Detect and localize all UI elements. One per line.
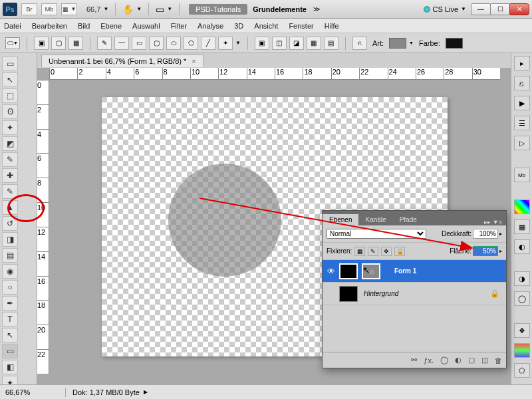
dodge-tool[interactable]: ○	[2, 280, 18, 295]
maximize-button[interactable]: ☐	[490, 3, 510, 15]
status-doc-info[interactable]: Dok: 1,37 MB/0 Byte	[72, 388, 140, 396]
history-brush-tool[interactable]: ↺	[2, 216, 18, 231]
dock-mb-icon[interactable]: Mb	[514, 168, 530, 182]
dock-actions-icon[interactable]: ▶	[514, 96, 530, 110]
combine-new-icon[interactable]: ▣	[255, 37, 269, 50]
tab-channels[interactable]: Kanäle	[358, 214, 392, 225]
menu-ansicht[interactable]: Ansicht	[254, 22, 278, 30]
layer-name[interactable]: Form 1	[394, 267, 416, 275]
combine-exclude-icon[interactable]: ▤	[324, 37, 338, 50]
polygon-icon[interactable]: ⬠	[184, 37, 198, 50]
lock-transparent-icon[interactable]: ▦	[354, 247, 365, 256]
dock-masks-icon[interactable]: ◯	[514, 291, 530, 306]
chevron-right-icon[interactable]: ≫	[313, 5, 320, 13]
dock-history-icon[interactable]: ⎌	[514, 76, 530, 90]
menu-ebene[interactable]: Ebene	[100, 22, 122, 30]
layer-name[interactable]: Hintergrund	[364, 290, 398, 297]
blur-tool[interactable]: ◉	[2, 264, 18, 279]
menu-3d[interactable]: 3D	[234, 22, 243, 30]
combine-subtract-icon[interactable]: ◪	[289, 37, 304, 50]
new-layer-icon[interactable]: ◫	[481, 356, 488, 364]
shape-layers-icon[interactable]: ▣	[34, 37, 49, 50]
panel-menu-icon[interactable]: ▸▸ ▼≡	[480, 219, 506, 225]
ruler-horizontal[interactable]: 024681012141618202224262830	[49, 68, 500, 80]
menu-datei[interactable]: Datei	[4, 22, 21, 30]
ellipse-icon[interactable]: ⬭	[166, 37, 181, 50]
document-tab[interactable]: Unbenannt-1 bei 66,7% (Form 1, RGB/8) * …	[41, 55, 203, 67]
menu-auswahl[interactable]: Auswahl	[132, 22, 160, 30]
hand-icon[interactable]: ✋	[122, 4, 134, 15]
menu-fenster[interactable]: Fenster	[289, 22, 313, 30]
roundrect-icon[interactable]: ▢	[149, 37, 164, 50]
bridge-button[interactable]: Br	[21, 3, 37, 15]
minimize-button[interactable]: —	[471, 3, 491, 15]
arrow-tool[interactable]: ↖	[2, 72, 18, 87]
pen-tool[interactable]: ✒	[2, 296, 18, 311]
dock-color-icon[interactable]	[514, 200, 530, 214]
minibridge-button[interactable]: Mb	[41, 3, 57, 15]
eraser-tool[interactable]: ◨	[2, 232, 18, 247]
arrange-button[interactable]: ▦▼	[61, 3, 77, 15]
tab-paths[interactable]: Pfade	[393, 214, 424, 225]
link-layers-icon[interactable]: ⚯	[411, 356, 417, 364]
lock-image-icon[interactable]: ✎	[368, 247, 378, 256]
workspace-label[interactable]: Grundelemente	[253, 5, 307, 13]
screen-mode-icon[interactable]: ▭	[156, 4, 164, 15]
menu-bearbeiten[interactable]: Bearbeiten	[32, 22, 67, 30]
layer-thumb[interactable]	[339, 263, 358, 279]
color-swatch[interactable]	[446, 38, 463, 49]
menu-bild[interactable]: Bild	[78, 22, 90, 30]
marquee-tool[interactable]: ⬚	[2, 88, 18, 103]
dock-paths-icon[interactable]: ⬠	[514, 363, 530, 378]
tool-preset[interactable]: ⬭▼	[5, 37, 20, 49]
freeform-icon[interactable]: 〰	[114, 37, 129, 50]
blend-mode-select[interactable]: Normal	[327, 229, 426, 239]
workspace-button[interactable]: PSD-Tutorials	[189, 4, 247, 15]
style-swatch[interactable]	[389, 38, 406, 49]
menu-hilfe[interactable]: Hilfe	[325, 22, 339, 30]
close-button[interactable]: ✕	[509, 3, 529, 15]
opacity-input[interactable]: 100%	[473, 229, 498, 239]
dock-layers-icon[interactable]: ❖	[514, 323, 530, 338]
path-sel-tool[interactable]: ↖	[2, 328, 18, 342]
dock-styles-icon[interactable]: ◐	[514, 239, 530, 254]
cslive-button[interactable]: CS Live▼	[424, 5, 466, 13]
combine-intersect-icon[interactable]: ▦	[307, 37, 321, 50]
ruler-vertical[interactable]: 0246810121416182022	[37, 80, 49, 374]
shape-circle[interactable]	[168, 164, 281, 277]
group-icon[interactable]: ▢	[468, 356, 475, 364]
rect-icon[interactable]: ▭	[132, 37, 146, 50]
dock-play-icon[interactable]: ▷	[514, 136, 530, 150]
wand-tool[interactable]: ✦	[2, 120, 18, 135]
crop-tool[interactable]: ◩	[2, 136, 18, 151]
menu-analyse[interactable]: Analyse	[198, 22, 223, 30]
gradient-tool[interactable]: ▤	[2, 248, 18, 263]
brush-tool[interactable]: ✎	[2, 184, 18, 199]
move-tool[interactable]: ▭	[2, 57, 18, 71]
combine-add-icon[interactable]: ◫	[272, 37, 287, 50]
zoom-level[interactable]: 66,7	[86, 5, 100, 13]
adjustment-icon[interactable]: ◐	[455, 356, 462, 364]
line-icon[interactable]: ╱	[201, 37, 215, 50]
type-tool[interactable]: T	[2, 312, 18, 327]
fx-icon[interactable]: ƒx.	[424, 356, 434, 364]
lock-all-icon[interactable]: 🔒	[394, 247, 405, 256]
lasso-tool[interactable]: ʘ	[2, 104, 18, 119]
mask-icon[interactable]: ◯	[440, 356, 448, 364]
lock-position-icon[interactable]: ✥	[381, 247, 392, 256]
tab-layers[interactable]: Ebenen	[323, 214, 358, 225]
fill-input[interactable]: 50%	[473, 246, 498, 256]
layer-row[interactable]: 👁 ↖ Form 1	[323, 260, 506, 283]
pen-icon[interactable]: ✎	[97, 37, 112, 50]
heal-tool[interactable]: ✚	[2, 168, 18, 183]
dock-adjust-icon[interactable]: ◑	[514, 271, 530, 286]
link-icon[interactable]: ⎌	[352, 37, 367, 50]
status-zoom[interactable]: 66,67%	[5, 388, 59, 396]
dock-info-icon[interactable]: ☰	[514, 116, 530, 130]
custom-shape-icon[interactable]: ✦	[218, 37, 233, 50]
visibility-icon[interactable]: 👁	[325, 267, 337, 276]
3d-tool[interactable]: ◧	[2, 360, 18, 374]
close-tab-icon[interactable]: ×	[192, 57, 196, 65]
eyedropper-tool[interactable]: ✎	[2, 152, 18, 167]
shape-tool[interactable]: ▭	[2, 344, 18, 358]
